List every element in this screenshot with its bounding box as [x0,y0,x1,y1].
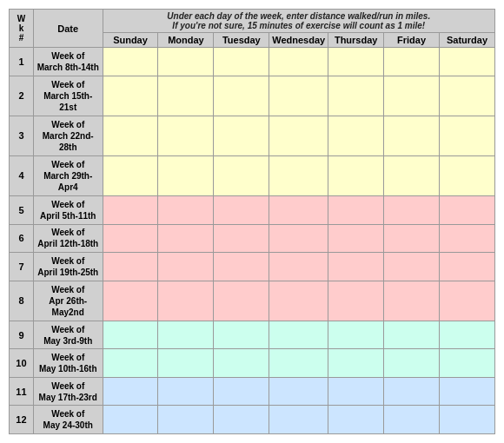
data-cell-row0-sunday[interactable] [103,48,158,76]
data-cell-row9-friday[interactable] [384,349,440,378]
date-cell-5: Week ofApril 12th-18th [33,224,103,253]
data-cell-row9-monday[interactable] [158,349,214,378]
data-cell-row4-thursday[interactable] [328,196,384,225]
data-cell-row10-saturday[interactable] [440,377,495,406]
data-cell-row1-friday[interactable] [384,76,440,116]
day-header-monday: Monday [158,33,214,48]
data-cell-row3-wednesday[interactable] [269,155,328,195]
data-cell-row0-tuesday[interactable] [214,48,269,76]
data-cell-row3-saturday[interactable] [440,155,495,195]
date-cell-4: Week ofApril 5th-11th [33,196,103,225]
data-cell-row3-sunday[interactable] [103,155,158,195]
data-cell-row2-monday[interactable] [158,116,214,155]
data-cell-row1-sunday[interactable] [103,76,158,116]
data-cell-row1-thursday[interactable] [328,76,384,116]
data-cell-row2-friday[interactable] [384,116,440,155]
data-cell-row9-saturday[interactable] [440,349,495,378]
data-cell-row10-thursday[interactable] [328,377,384,406]
data-cell-row4-saturday[interactable] [440,196,495,225]
data-cell-row6-monday[interactable] [158,253,214,281]
data-cell-row4-wednesday[interactable] [269,196,328,225]
data-cell-row10-friday[interactable] [384,377,440,406]
data-cell-row6-tuesday[interactable] [214,253,269,281]
data-cell-row4-monday[interactable] [158,196,214,225]
data-cell-row0-thursday[interactable] [328,48,384,76]
data-cell-row11-saturday[interactable] [440,406,495,434]
data-cell-row0-friday[interactable] [384,48,440,76]
data-cell-row5-tuesday[interactable] [214,224,269,253]
data-cell-row8-sunday[interactable] [103,321,158,349]
week-number-header: Wk# [10,10,34,48]
data-cell-row5-sunday[interactable] [103,224,158,253]
data-cell-row7-wednesday[interactable] [269,281,328,321]
data-cell-row4-sunday[interactable] [103,196,158,225]
instruction-line1: Under each day of the week, enter distan… [167,11,430,21]
week-number-2: 2 [10,76,34,116]
data-cell-row2-tuesday[interactable] [214,116,269,155]
data-cell-row11-sunday[interactable] [103,406,158,434]
data-cell-row7-sunday[interactable] [103,281,158,321]
day-header-friday: Friday [384,33,440,48]
data-cell-row9-tuesday[interactable] [214,349,269,378]
data-cell-row10-monday[interactable] [158,377,214,406]
data-cell-row5-monday[interactable] [158,224,214,253]
day-header-tuesday: Tuesday [214,33,269,48]
data-cell-row6-saturday[interactable] [440,253,495,281]
data-cell-row7-saturday[interactable] [440,281,495,321]
data-cell-row10-sunday[interactable] [103,377,158,406]
data-cell-row9-sunday[interactable] [103,349,158,378]
data-cell-row8-thursday[interactable] [328,321,384,349]
data-cell-row2-wednesday[interactable] [269,116,328,155]
data-cell-row3-tuesday[interactable] [214,155,269,195]
data-cell-row8-wednesday[interactable] [269,321,328,349]
data-cell-row2-sunday[interactable] [103,116,158,155]
data-cell-row7-friday[interactable] [384,281,440,321]
data-cell-row0-wednesday[interactable] [269,48,328,76]
day-header-thursday: Thursday [328,33,384,48]
data-cell-row3-friday[interactable] [384,155,440,195]
data-cell-row6-wednesday[interactable] [269,253,328,281]
data-cell-row3-thursday[interactable] [328,155,384,195]
data-cell-row2-saturday[interactable] [440,116,495,155]
data-cell-row11-monday[interactable] [158,406,214,434]
data-cell-row6-sunday[interactable] [103,253,158,281]
data-cell-row5-saturday[interactable] [440,224,495,253]
data-cell-row4-tuesday[interactable] [214,196,269,225]
data-cell-row11-friday[interactable] [384,406,440,434]
data-cell-row4-friday[interactable] [384,196,440,225]
table-row: 9Week ofMay 3rd-9th [10,321,495,349]
table-row: 12Week ofMay 24-30th [10,406,495,434]
data-cell-row0-monday[interactable] [158,48,214,76]
data-cell-row11-tuesday[interactable] [214,406,269,434]
data-cell-row3-monday[interactable] [158,155,214,195]
data-cell-row5-thursday[interactable] [328,224,384,253]
data-cell-row1-monday[interactable] [158,76,214,116]
week-number-3: 3 [10,116,34,155]
data-cell-row9-wednesday[interactable] [269,349,328,378]
data-cell-row10-wednesday[interactable] [269,377,328,406]
data-cell-row11-wednesday[interactable] [269,406,328,434]
data-cell-row8-saturday[interactable] [440,321,495,349]
data-cell-row7-thursday[interactable] [328,281,384,321]
table-row: 11Week ofMay 17th-23rd [10,377,495,406]
data-cell-row10-tuesday[interactable] [214,377,269,406]
data-cell-row1-saturday[interactable] [440,76,495,116]
data-cell-row2-thursday[interactable] [328,116,384,155]
data-cell-row6-thursday[interactable] [328,253,384,281]
week-number-5: 5 [10,196,34,225]
data-cell-row8-friday[interactable] [384,321,440,349]
data-cell-row9-thursday[interactable] [328,349,384,378]
data-cell-row7-tuesday[interactable] [214,281,269,321]
date-cell-9: Week ofMay 10th-16th [33,349,103,378]
data-cell-row5-friday[interactable] [384,224,440,253]
data-cell-row1-wednesday[interactable] [269,76,328,116]
data-cell-row8-monday[interactable] [158,321,214,349]
table-row: 3Week ofMarch 22nd-28th [10,116,495,155]
data-cell-row7-monday[interactable] [158,281,214,321]
data-cell-row8-tuesday[interactable] [214,321,269,349]
data-cell-row6-friday[interactable] [384,253,440,281]
data-cell-row5-wednesday[interactable] [269,224,328,253]
data-cell-row1-tuesday[interactable] [214,76,269,116]
data-cell-row11-thursday[interactable] [328,406,384,434]
data-cell-row0-saturday[interactable] [440,48,495,76]
